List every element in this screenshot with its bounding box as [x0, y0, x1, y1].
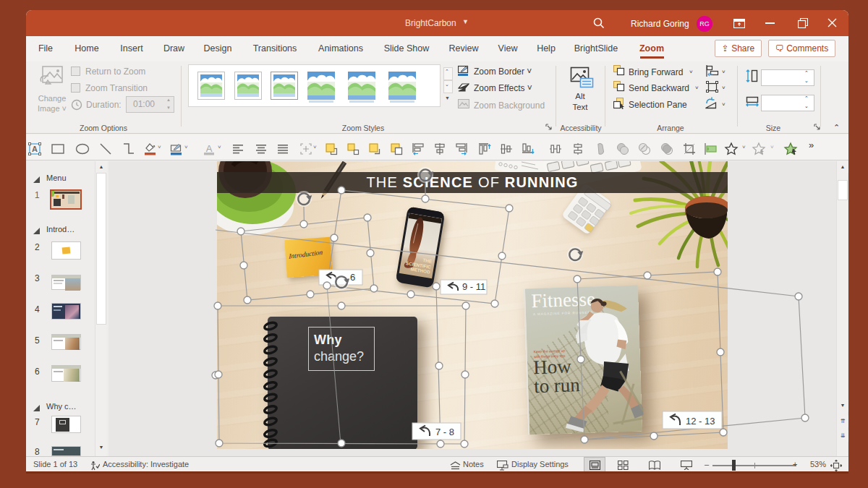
svg-text:A: A	[32, 145, 38, 153]
svg-text:A: A	[206, 143, 213, 154]
svg-text:12 - 13: 12 - 13	[686, 416, 715, 427]
svg-text:6: 6	[350, 272, 355, 283]
svg-text:9 - 11: 9 - 11	[462, 281, 485, 292]
svg-text:7 - 8: 7 - 8	[435, 427, 454, 437]
